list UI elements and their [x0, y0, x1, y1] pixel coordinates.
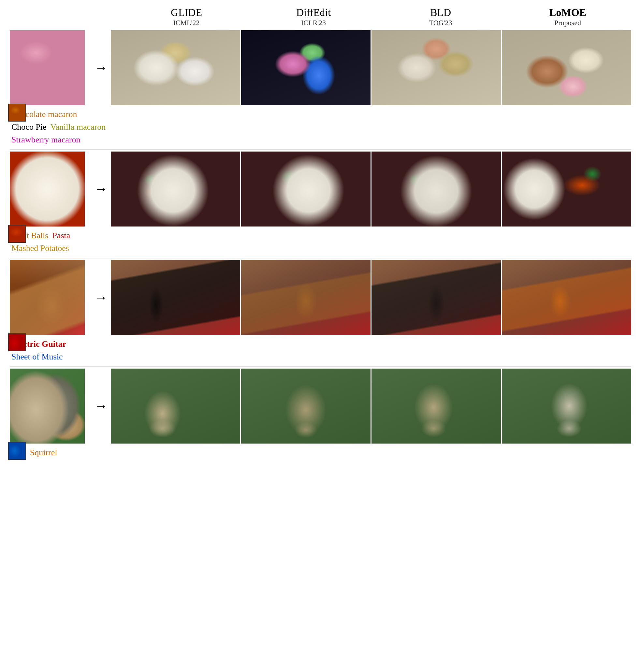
method-lomoe-name: LoMOE: [504, 6, 631, 18]
method-diffedit: DiffEdit ICLR'23: [250, 6, 377, 27]
results-animals: [111, 369, 631, 443]
method-bld-venue: TOG'23: [377, 18, 504, 27]
divider-h-2: [10, 258, 631, 258]
label-sheet-of-music: Sheet of Music: [11, 350, 66, 363]
label-mashed-potatoes: Mashed Potatoes: [11, 242, 70, 255]
method-glide: GLIDE ICML'22: [123, 6, 250, 27]
label-strawberry-macaron: Strawberry macaron: [11, 133, 106, 146]
divider-h-3: [10, 366, 631, 367]
result-macarons-glide: [111, 30, 240, 105]
result-animals-glide: [111, 369, 240, 443]
arrow-guitar: →: [91, 260, 111, 335]
result-bowl-lomoe: [502, 152, 631, 227]
method-diffedit-name: DiffEdit: [250, 6, 377, 18]
result-animals-diffedit: [241, 369, 370, 443]
row-macarons: Chocolate macaron Choco Pie Vanilla maca…: [10, 30, 631, 146]
left-panel-bowl: Meat Balls Pasta Mashed Potatoes: [10, 152, 91, 255]
result-guitar-diffedit: [241, 260, 370, 335]
arrow-icon-bowl: →: [95, 182, 108, 195]
label-squirrel: Squirrel: [30, 446, 57, 459]
result-animals-bld: [371, 369, 501, 443]
source-image-guitar-wrapper: [10, 260, 85, 335]
mask-thumbnail-bowl: [8, 225, 26, 243]
source-image-macarons: [10, 30, 85, 105]
row-guitar: Electric Guitar Sheet of Music →: [10, 260, 631, 363]
method-lomoe-venue: Proposed: [504, 18, 631, 27]
arrow-macarons: →: [91, 30, 111, 105]
source-image-macarons-wrapper: [10, 30, 85, 105]
mask-thumbnail-guitar: [8, 333, 26, 351]
left-panel-animals: Dog Squirrel: [10, 369, 91, 459]
source-image-bowl: [10, 152, 85, 227]
divider-h-1: [10, 149, 631, 150]
header-row: GLIDE ICML'22 DiffEdit ICLR'23 BLD TOG'2…: [10, 6, 631, 27]
arrow-icon-guitar: →: [95, 291, 108, 304]
row-bowl: Meat Balls Pasta Mashed Potatoes →: [10, 152, 631, 255]
mask-thumbnail-animals: [8, 442, 26, 460]
method-glide-venue: ICML'22: [123, 18, 250, 27]
left-panel-guitar: Electric Guitar Sheet of Music: [10, 260, 91, 363]
left-panel-macarons: Chocolate macaron Choco Pie Vanilla maca…: [10, 30, 91, 146]
method-lomoe: LoMOE Proposed: [504, 6, 631, 27]
method-bld: BLD TOG'23: [377, 6, 504, 27]
results-macarons: [111, 30, 631, 105]
result-guitar-bld: [371, 260, 501, 335]
source-image-animals: [10, 369, 85, 443]
arrow-icon-macarons: →: [95, 61, 108, 74]
row-animals: Dog Squirrel →: [10, 369, 631, 459]
results-bowl: [111, 152, 631, 227]
arrow-animals: →: [91, 369, 111, 443]
method-bld-name: BLD: [377, 6, 504, 18]
result-bowl-diffedit: [241, 152, 370, 227]
results-guitar: [111, 260, 631, 335]
result-bowl-glide: [111, 152, 240, 227]
result-macarons-lomoe: [502, 30, 631, 105]
arrow-bowl: →: [91, 152, 111, 227]
page-container: GLIDE ICML'22 DiffEdit ICLR'23 BLD TOG'2…: [0, 0, 641, 469]
source-image-guitar: [10, 260, 85, 335]
method-glide-name: GLIDE: [123, 6, 250, 18]
result-macarons-bld: [371, 30, 501, 105]
label-vanilla-macaron: Vanilla macaron: [51, 121, 106, 133]
label-pasta: Pasta: [52, 229, 70, 242]
label-choco-pie: Choco Pie: [11, 121, 46, 133]
method-diffedit-venue: ICLR'23: [250, 18, 377, 27]
mask-thumbnail-macarons: [8, 104, 26, 122]
source-image-bowl-wrapper: [10, 152, 85, 227]
result-guitar-lomoe: [502, 260, 631, 335]
result-animals-lomoe: [502, 369, 631, 443]
result-macarons-diffedit: [241, 30, 370, 105]
result-guitar-glide: [111, 260, 240, 335]
arrow-icon-animals: →: [95, 400, 108, 413]
result-bowl-bld: [371, 152, 501, 227]
source-image-animals-wrapper: [10, 369, 85, 443]
